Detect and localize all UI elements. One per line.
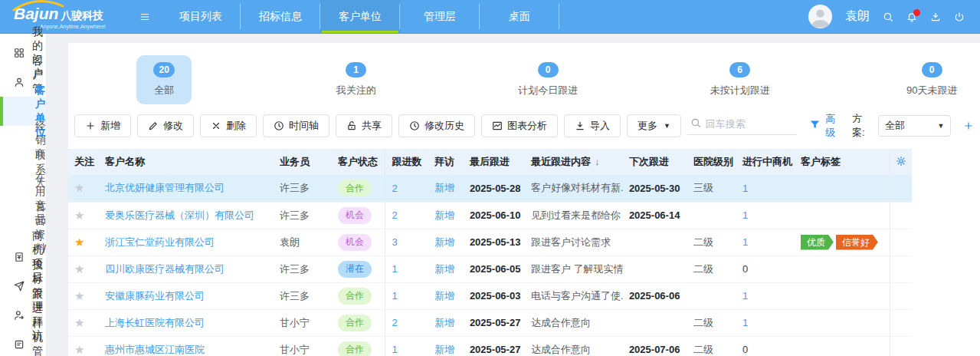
visit-add-link[interactable]: 新增: [434, 290, 454, 302]
next-follow-cell: 2025-06-14: [629, 209, 680, 221]
toolbar-button-6[interactable]: 图表分析: [481, 114, 558, 137]
favorite-star-icon[interactable]: ★: [74, 236, 84, 249]
search-box: [687, 117, 797, 135]
stat-tab-0[interactable]: 20 全部: [136, 55, 191, 104]
visit-add-link[interactable]: 新增: [434, 263, 454, 275]
toolbar-button-4[interactable]: 共享: [336, 114, 392, 137]
nav-item-1[interactable]: 招标信息: [241, 0, 320, 33]
toolbar-button-3[interactable]: 时间轴: [263, 114, 329, 137]
favorite-star-icon[interactable]: ★: [74, 343, 84, 356]
customer-name-link[interactable]: 爱奥乐医疗器械（深圳）有限公司: [105, 209, 254, 221]
favorite-star-icon[interactable]: ★: [74, 209, 84, 222]
visit-add-link[interactable]: 新增: [434, 209, 454, 221]
recent-content-cell: 达成合作意向: [531, 344, 591, 355]
opportunity-count-link[interactable]: 1: [742, 290, 748, 302]
nav-item-3[interactable]: 管理层: [400, 0, 480, 33]
table-row[interactable]: ★ 上海长虹医院有限公司 甘小宁 合作 2 新增 2025-05-27 达成合作…: [68, 309, 912, 336]
follow-count-link[interactable]: 1: [392, 290, 397, 302]
visit-add-link[interactable]: 新增: [434, 317, 454, 328]
table-row[interactable]: ★ 爱奥乐医疗器械（深圳）有限公司 许三多 机会 2 新增 2025-06-10…: [68, 202, 912, 229]
visit-add-link[interactable]: 新增: [434, 344, 454, 355]
nav-item-4[interactable]: 桌面: [480, 0, 559, 33]
toolbar-button-0[interactable]: 新增: [74, 114, 131, 137]
customer-name-link[interactable]: 安徽康豚药业有限公司: [105, 290, 205, 302]
column-header-2[interactable]: 业务员: [274, 149, 332, 175]
toolbar-button-label: 图表分析: [507, 119, 547, 133]
stat-tab-2[interactable]: 0 计划今日跟进: [501, 55, 595, 104]
follow-count-link[interactable]: 3: [392, 236, 397, 248]
table-row[interactable]: ★ 浙江宝仁堂药业有限公司 袁朗 机会 3 新增 2025-05-13 跟进客户…: [68, 229, 912, 255]
customer-name-link[interactable]: 上海长虹医院有限公司: [105, 317, 205, 328]
stat-tab-3[interactable]: 6 未按计划跟进: [693, 55, 787, 104]
stat-label: 我关注的: [336, 84, 376, 97]
customer-name-link[interactable]: 惠州市惠城区江南医院: [105, 344, 205, 355]
customer-name-link[interactable]: 四川欧康医疗器械有限公司: [105, 263, 225, 275]
visit-add-link[interactable]: 新增: [434, 182, 454, 193]
notifications-icon[interactable]: [906, 12, 917, 22]
table-row[interactable]: ★ 四川欧康医疗器械有限公司 许三多 潜在 1 新增 2025-06-05 跟进…: [68, 255, 912, 282]
avatar[interactable]: [808, 5, 832, 28]
column-header-11[interactable]: 客户标签: [795, 149, 890, 175]
gear-icon[interactable]: [896, 157, 906, 169]
table-row[interactable]: ★ 安徽康豚药业有限公司 许三多 合作 1 新增 2025-06-03 电话与客…: [68, 282, 912, 309]
last-follow-cell: 2025-05-28: [470, 183, 521, 194]
toolbar-button-2[interactable]: 删除: [200, 114, 257, 137]
column-header-3[interactable]: 客户状态: [332, 149, 385, 175]
add-scheme-icon[interactable]: [963, 120, 974, 131]
customer-name-link[interactable]: 浙江宝仁堂药业有限公司: [105, 236, 215, 248]
toolbar-button-label: 导入: [590, 119, 610, 133]
toolbar-button-7[interactable]: 导入: [564, 114, 621, 137]
sort-desc-icon[interactable]: ↓: [595, 156, 600, 167]
opportunity-count-link[interactable]: 1: [742, 317, 748, 328]
stat-tab-1[interactable]: 1 我关注的: [320, 55, 393, 104]
toolbar-button-5[interactable]: 修改历史: [398, 114, 475, 137]
scheme-select[interactable]: 全部 ▼: [878, 115, 951, 137]
follow-count-link[interactable]: 2: [392, 209, 397, 221]
customer-table: 关注客户名称业务员客户状态跟进数拜访最后跟进最近跟进内容↓下次跟进医院级别进行中…: [68, 149, 912, 356]
column-header-4[interactable]: 跟进数: [385, 149, 428, 175]
column-header-10[interactable]: 进行中商机: [736, 149, 795, 175]
follow-count-link[interactable]: 1: [392, 263, 397, 275]
column-header-8[interactable]: 下次跟进: [623, 149, 687, 175]
favorite-star-icon[interactable]: ★: [74, 181, 84, 194]
stat-tab-4[interactable]: 0 90天未跟进: [890, 55, 974, 104]
follow-count-link[interactable]: 2: [392, 317, 397, 328]
search-input[interactable]: [706, 118, 790, 130]
nav-item-0[interactable]: 项目列表: [161, 0, 241, 33]
nav-item-2[interactable]: 客户单位: [320, 0, 400, 33]
opportunity-count-link[interactable]: 1: [742, 236, 748, 248]
logout-icon[interactable]: [954, 12, 965, 22]
download-icon[interactable]: [930, 12, 941, 22]
column-header-0[interactable]: 关注: [68, 149, 99, 175]
table-row[interactable]: ★ 惠州市惠城区江南医院 甘小宁 合作 1 新增 2025-05-27 达成合作…: [68, 336, 912, 356]
column-header-1[interactable]: 客户名称: [99, 149, 274, 175]
search-icon[interactable]: [883, 12, 893, 22]
filter-funnel-icon[interactable]: [809, 119, 821, 134]
user-name[interactable]: 袁朗: [845, 8, 870, 25]
toolbar-button-label: 修改历史: [424, 119, 464, 133]
toolbar-button-1[interactable]: 修改: [137, 114, 194, 137]
column-header-9[interactable]: 医院级别: [687, 149, 736, 175]
column-header-6[interactable]: 最后跟进: [464, 149, 525, 175]
sidebar-subitem-1-4[interactable]: 首营资料: [0, 213, 46, 242]
brand-name: Bajun: [14, 5, 58, 23]
menu-toggle-icon[interactable]: [129, 0, 161, 33]
follow-count-link[interactable]: 1: [392, 344, 397, 355]
favorite-star-icon[interactable]: ★: [74, 316, 84, 329]
column-header-7[interactable]: 最近跟进内容↓: [525, 149, 623, 175]
customer-name-link[interactable]: 北京优妍健康管理有限公司: [105, 182, 225, 193]
favorite-star-icon[interactable]: ★: [74, 289, 84, 302]
follow-count-link[interactable]: 2: [392, 183, 397, 194]
table-row[interactable]: ★ 北京优妍健康管理有限公司 许三多 合作 2 新增 2025-05-28 客户…: [68, 175, 912, 202]
recent-content-cell: 见到过看来是都给你: [531, 209, 621, 221]
advanced-filter-link[interactable]: 高级: [825, 112, 843, 140]
column-header-5[interactable]: 拜访: [428, 149, 464, 175]
toolbar-button-8[interactable]: 更多▼: [627, 114, 681, 137]
visit-add-link[interactable]: 新增: [434, 236, 454, 248]
opportunity-count-link[interactable]: 1: [742, 209, 748, 221]
toolbar-button-label: 共享: [362, 119, 382, 133]
favorite-star-icon[interactable]: ★: [74, 262, 84, 275]
sidebar-item-5[interactable]: 样机管理: [0, 330, 46, 356]
opportunity-count-link[interactable]: 1: [742, 183, 748, 194]
stat-slot: 20 全部: [68, 55, 261, 104]
